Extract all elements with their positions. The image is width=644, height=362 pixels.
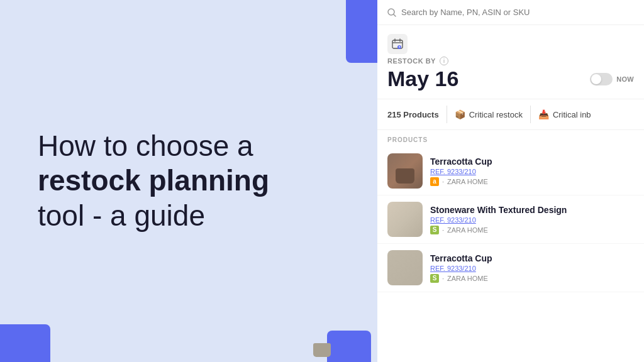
product-store-name: ZARA HOME [447, 275, 488, 282]
products-section-label: PRODUCTS [377, 130, 644, 147]
shopify-icon: S [430, 274, 439, 283]
product-info: Stoneware With Textured Design REF. 9233… [430, 205, 634, 234]
restock-toggle-row: NOW [590, 73, 634, 85]
critical-inbound-label: Critical inb [553, 110, 591, 119]
shopify-icon: S [430, 226, 439, 234]
product-ref[interactable]: REF. 9233/210 [430, 168, 634, 175]
product-thumbnail [387, 250, 423, 285]
headline: How to choose a restock planning tool - … [38, 129, 269, 233]
search-input[interactable] [401, 8, 634, 17]
headline-line3: tool - a guide [38, 199, 205, 232]
product-name: Terracotta Cup [430, 156, 634, 167]
product-info: Terracotta Cup REF. 9233/210 S · ZARA HO… [430, 253, 634, 283]
product-meta: a · ZARA HOME [430, 177, 634, 186]
tab-critical-restock[interactable]: 📦 Critical restock [447, 106, 530, 123]
critical-restock-label: Critical restock [469, 110, 523, 119]
amazon-icon: a [430, 177, 439, 186]
svg-line-1 [394, 14, 396, 16]
restock-label: RESTOCK BY [387, 57, 436, 65]
product-thumbnail [387, 202, 423, 237]
search-bar [377, 0, 644, 25]
product-store: · [442, 226, 444, 234]
product-store-name: ZARA HOME [447, 226, 488, 234]
product-thumbnail [387, 153, 423, 189]
headline-line1: How to choose a [38, 129, 253, 162]
product-store-name: ZARA HOME [447, 178, 488, 185]
product-name: Stoneware With Textured Design [430, 205, 634, 215]
restock-info-button[interactable]: i [440, 57, 448, 65]
product-store: · [442, 275, 444, 282]
decorative-square-bottom-mid [327, 331, 371, 362]
restock-calendar-icon [387, 34, 408, 54]
headline-line2: restock planning [38, 164, 269, 197]
critical-inbound-icon: 📥 [538, 109, 549, 119]
restock-toggle[interactable] [590, 73, 613, 85]
list-item[interactable]: Stoneware With Textured Design REF. 9233… [377, 195, 644, 244]
restock-date: May 16 [387, 67, 458, 91]
tab-critical-inbound[interactable]: 📥 Critical inb [530, 106, 599, 123]
critical-restock-icon: 📦 [455, 109, 465, 119]
product-meta: S · ZARA HOME [430, 226, 634, 234]
filter-tabs: 215 Products 📦 Critical restock 📥 Critic… [377, 99, 644, 130]
products-section: PRODUCTS Terracotta Cup REF. 9233/210 a … [377, 130, 644, 362]
tab-all-products[interactable]: 215 Products [387, 106, 447, 123]
toggle-label: NOW [616, 75, 634, 83]
product-store: · [442, 178, 444, 185]
decorative-square-bottom-left [0, 324, 50, 362]
list-item[interactable]: Terracotta Cup REF. 9233/210 S · ZARA HO… [377, 244, 644, 292]
decorative-square-top-right [346, 0, 377, 63]
left-panel: How to choose a restock planning tool - … [0, 0, 377, 362]
product-info: Terracotta Cup REF. 9233/210 a · ZARA HO… [430, 156, 634, 186]
restock-section: RESTOCK BY i May 16 NOW [377, 25, 644, 99]
list-item[interactable]: Terracotta Cup REF. 9233/210 a · ZARA HO… [377, 147, 644, 195]
toggle-knob [591, 74, 601, 84]
search-icon [387, 8, 396, 17]
product-ref[interactable]: REF. 9233/210 [430, 265, 634, 272]
all-products-label: 215 Products [387, 110, 439, 119]
right-panel: RESTOCK BY i May 16 NOW 215 Products 📦 C… [377, 0, 644, 362]
product-name: Terracotta Cup [430, 253, 634, 263]
product-meta: S · ZARA HOME [430, 274, 634, 283]
product-ref[interactable]: REF. 9233/210 [430, 216, 634, 224]
